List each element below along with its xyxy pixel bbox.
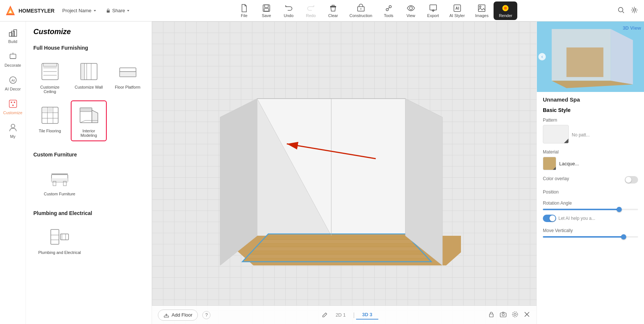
rotation-slider-thumb[interactable] bbox=[617, 207, 622, 212]
left-sidebar: Build Decorate AI AI Decor Customize My bbox=[0, 22, 26, 324]
material-color-swatch[interactable] bbox=[543, 157, 556, 170]
tools-button[interactable]: Tools bbox=[378, 2, 400, 19]
settings2-button[interactable] bbox=[511, 311, 519, 319]
svg-rect-4 bbox=[107, 10, 110, 13]
svg-rect-20 bbox=[478, 5, 485, 11]
right-panel: 3D View ‹ Unnamed Spa Basic Style Patter… bbox=[537, 22, 644, 324]
view-2d-tab[interactable]: 2D 1 bbox=[330, 311, 352, 319]
nav-ai-decor[interactable]: AI AI Decor bbox=[0, 72, 26, 94]
svg-marker-81 bbox=[220, 99, 257, 265]
file-button[interactable]: File bbox=[233, 2, 255, 19]
grid-item-interior-modeling[interactable]: Interior Modeling bbox=[71, 100, 107, 141]
move-vertically-thumb[interactable] bbox=[621, 234, 626, 239]
color-overlay-toggle[interactable] bbox=[625, 176, 638, 184]
move-vertically-slider[interactable] bbox=[543, 236, 638, 238]
plumbing-grid: Plumbing and Electrical bbox=[26, 219, 152, 264]
main-viewport bbox=[152, 22, 537, 324]
color-overlay-label: Color overlay bbox=[543, 176, 569, 181]
toolbar-right bbox=[611, 6, 644, 15]
grid-item-plumbing[interactable]: Plumbing and Electrical bbox=[32, 222, 87, 258]
svg-rect-35 bbox=[9, 100, 17, 108]
grid-item-tile-flooring[interactable]: Tile Flooring bbox=[32, 100, 68, 141]
nav-customize[interactable]: Customize bbox=[0, 96, 26, 118]
item-plumbing-label: Plumbing and Electrical bbox=[38, 250, 81, 255]
room-name: Unnamed Spa bbox=[543, 96, 638, 103]
room-scene bbox=[202, 80, 461, 265]
images-button[interactable]: Images bbox=[470, 2, 494, 19]
expand-preview-button[interactable]: ‹ bbox=[538, 53, 546, 60]
close-view-button[interactable] bbox=[523, 311, 531, 319]
color-overlay-row: Color overlay bbox=[543, 176, 638, 184]
svg-point-21 bbox=[479, 6, 481, 7]
nav-build[interactable]: Build bbox=[0, 24, 26, 47]
export-icon bbox=[429, 4, 438, 13]
room-scene-svg bbox=[202, 80, 461, 265]
svg-rect-27 bbox=[9, 33, 12, 36]
customize-icon bbox=[8, 99, 18, 109]
item-floor-label: Floor Platform bbox=[115, 85, 140, 89]
share-chevron-icon bbox=[126, 9, 130, 13]
viewport-grid bbox=[152, 22, 537, 324]
svg-rect-57 bbox=[43, 108, 47, 112]
decorate-icon bbox=[8, 51, 18, 62]
save-button[interactable]: Save bbox=[255, 2, 278, 19]
grid-item-custom-furniture[interactable]: Custom Furniture bbox=[32, 163, 87, 200]
svg-rect-16 bbox=[430, 5, 436, 10]
nav-my[interactable]: My bbox=[0, 119, 26, 142]
camera-button[interactable] bbox=[499, 311, 507, 319]
render-button[interactable]: Render bbox=[494, 1, 517, 20]
material-name: Lacque... bbox=[559, 161, 579, 166]
tools-icon bbox=[384, 4, 393, 13]
help-button[interactable]: ? bbox=[202, 311, 210, 319]
add-floor-button[interactable]: Add Floor bbox=[158, 310, 198, 321]
svg-rect-41 bbox=[43, 63, 57, 66]
view-button[interactable]: View bbox=[400, 2, 422, 19]
material-triangle-icon bbox=[553, 167, 556, 170]
mini-3d-preview: 3D View ‹ bbox=[537, 22, 644, 92]
material-swatch: Lacque... bbox=[543, 157, 638, 170]
bottom-bar: Add Floor ? 2D 1 | 3D 3 bbox=[152, 305, 537, 324]
gear-icon bbox=[631, 6, 638, 14]
svg-text:AI: AI bbox=[11, 79, 14, 82]
ai-styler-button[interactable]: AI AI Styler bbox=[444, 2, 470, 19]
move-vertically-label: Move Vertically bbox=[543, 228, 638, 233]
svg-line-25 bbox=[623, 11, 624, 13]
share-button[interactable]: Share bbox=[103, 6, 133, 15]
settings-button[interactable] bbox=[631, 6, 638, 15]
grid-item-floor-platform[interactable]: Floor Platform bbox=[110, 57, 146, 97]
material-row: Material Lacque... bbox=[543, 149, 638, 170]
lock-view-button[interactable] bbox=[488, 311, 495, 319]
rotation-slider[interactable] bbox=[543, 209, 638, 210]
ai-help-toggle[interactable] bbox=[543, 215, 556, 222]
settings2-icon bbox=[511, 311, 519, 318]
svg-marker-3 bbox=[94, 10, 96, 11]
search-button[interactable] bbox=[617, 6, 625, 15]
item-ceiling-label: Customize Ceiling bbox=[36, 85, 64, 94]
svg-rect-28 bbox=[11, 31, 14, 36]
construction-button[interactable]: Construction bbox=[344, 2, 378, 19]
content-panel: Customize Full House Furnishing Customiz… bbox=[26, 22, 152, 324]
file-icon bbox=[240, 4, 249, 13]
svg-marker-80 bbox=[405, 99, 442, 265]
grid-item-customize-wall[interactable]: Customize Wall bbox=[71, 57, 107, 97]
svg-point-24 bbox=[618, 7, 623, 12]
nav-decorate[interactable]: Decorate bbox=[0, 48, 26, 70]
grid-item-customize-ceiling[interactable]: Customize Ceiling bbox=[32, 57, 68, 97]
material-label: Material bbox=[543, 149, 638, 155]
export-button[interactable]: Export bbox=[422, 2, 444, 19]
clear-button[interactable]: Clear bbox=[322, 2, 344, 19]
edit-mode-icon[interactable] bbox=[320, 310, 330, 320]
svg-rect-86 bbox=[164, 316, 169, 317]
undo-button[interactable]: Undo bbox=[278, 2, 300, 19]
pattern-swatch[interactable] bbox=[543, 125, 569, 143]
build-icon bbox=[8, 27, 18, 38]
floor-platform-icon bbox=[117, 60, 139, 83]
project-name-button[interactable]: Project Name bbox=[59, 6, 100, 15]
redo-button[interactable]: Redo bbox=[300, 2, 322, 19]
view-3d-tab[interactable]: 3D 3 bbox=[356, 310, 378, 320]
pattern-label: Pattern bbox=[543, 118, 638, 123]
svg-rect-89 bbox=[489, 314, 493, 317]
position-label: Position bbox=[543, 189, 638, 195]
ai-decor-icon: AI bbox=[8, 75, 18, 85]
svg-rect-9 bbox=[330, 6, 336, 7]
